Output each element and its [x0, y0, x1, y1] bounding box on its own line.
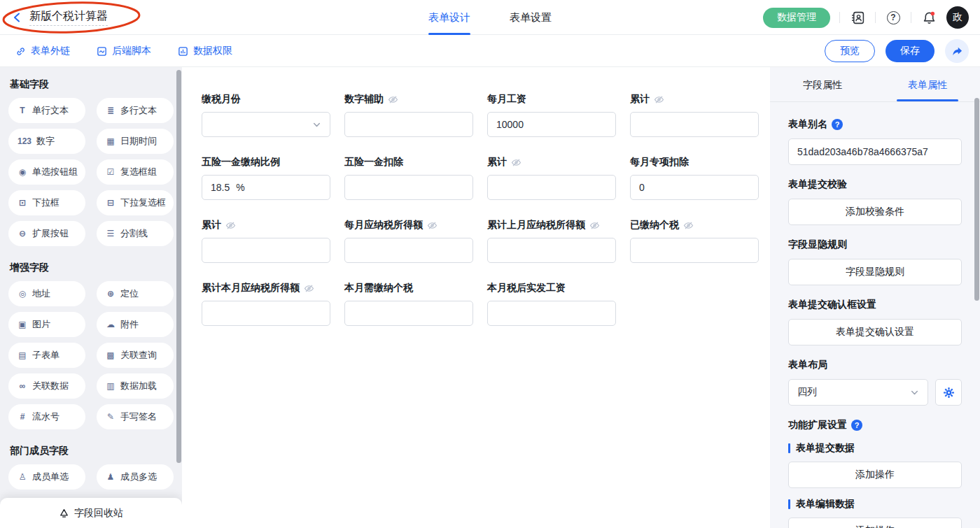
- user-avatar[interactable]: 政: [946, 6, 969, 29]
- notification-bell-icon[interactable]: [920, 9, 937, 26]
- add-operation-button[interactable]: 添加操作: [788, 518, 962, 528]
- field-type-pill[interactable]: ▩ 关联查询: [97, 343, 174, 368]
- field-input[interactable]: [202, 238, 330, 263]
- form-field[interactable]: 累计上月应纳税所得额: [487, 218, 616, 263]
- field-type-pill[interactable]: # 流水号: [8, 404, 85, 429]
- backend-script-link[interactable]: 后端脚本: [97, 45, 151, 57]
- field-recycle-bin[interactable]: 字段回收站: [0, 498, 182, 528]
- field-type-pill[interactable]: ▥ 数据加载: [97, 373, 174, 399]
- help-icon[interactable]: ?: [851, 420, 862, 431]
- help-icon[interactable]: ?: [885, 9, 902, 26]
- field-type-pill[interactable]: ♟ 成员多选: [97, 464, 174, 490]
- field-type-pill[interactable]: ◎ 地址: [8, 281, 85, 306]
- field-input[interactable]: [630, 238, 759, 263]
- field-input[interactable]: [487, 238, 616, 263]
- field-type-pill[interactable]: ▤ 子表单: [8, 343, 85, 368]
- form-field[interactable]: 累计: [630, 92, 759, 137]
- form-layout-section: 表单布局 四列: [788, 358, 962, 406]
- field-type-pill[interactable]: ☰ 分割线: [97, 221, 174, 246]
- field-type-icon: ▥: [106, 381, 115, 391]
- tab-form-properties[interactable]: 表单属性: [875, 67, 980, 101]
- field-input[interactable]: [344, 238, 473, 263]
- field-input[interactable]: 18.5 %: [202, 175, 330, 200]
- panel-scrollbar[interactable]: [974, 98, 979, 301]
- save-button[interactable]: 保存: [886, 40, 934, 62]
- form-field[interactable]: 数字辅助: [344, 92, 473, 137]
- field-type-pill[interactable]: 123 数字: [8, 129, 85, 154]
- field-input[interactable]: [344, 175, 473, 200]
- display-rules-button[interactable]: 字段显隐规则: [788, 259, 962, 285]
- toolbar-actions: 预览 保存: [825, 35, 969, 67]
- field-type-pill[interactable]: ⊖ 扩展按钮: [8, 221, 85, 246]
- field-type-icon: ▣: [18, 320, 27, 329]
- field-type-pill[interactable]: ∞ 关联数据: [8, 373, 85, 399]
- field-type-pill[interactable]: ◉ 单选按钮组: [8, 159, 85, 185]
- form-field[interactable]: 每月工资 10000: [487, 92, 616, 137]
- extension-subsections: 表单提交数据 添加操作 表单编辑数据 添加操作: [788, 442, 962, 528]
- field-type-icon: ☰: [106, 229, 115, 238]
- field-input[interactable]: [344, 301, 473, 326]
- extension-settings-title: 功能扩展设置: [788, 419, 847, 431]
- field-input[interactable]: [487, 175, 616, 200]
- page-title[interactable]: 新版个税计算器: [29, 9, 108, 26]
- field-type-pill[interactable]: ✎ 手写签名: [97, 404, 174, 429]
- layout-select[interactable]: 四列: [788, 379, 928, 406]
- share-button[interactable]: [945, 39, 969, 63]
- form-field[interactable]: 五险一金缴纳比例 18.5 %: [202, 155, 330, 200]
- hidden-eye-icon: [304, 283, 314, 294]
- field-type-pill[interactable]: ♙ 成员单选: [8, 464, 85, 490]
- field-input[interactable]: 10000: [487, 112, 616, 137]
- field-type-pill[interactable]: ▦ 日期时间: [97, 129, 174, 154]
- data-permission-link[interactable]: 数据权限: [178, 45, 232, 57]
- form-field[interactable]: 缴税月份: [202, 92, 330, 137]
- field-type-pill[interactable]: ⊟ 下拉复选框: [97, 190, 174, 215]
- layout-settings-button[interactable]: [935, 379, 962, 406]
- address-book-icon[interactable]: [849, 9, 866, 26]
- field-input[interactable]: [202, 112, 330, 137]
- form-field[interactable]: 累计本月应纳税所得额: [202, 281, 330, 326]
- form-design-canvas[interactable]: 缴税月份 数字辅助: [182, 67, 770, 528]
- field-palette-sidebar: 基础字段 T 单行文本 ≣ 多行文本 123 数字 ▦ 日期时间 ◉: [0, 67, 182, 528]
- tab-field-properties[interactable]: 字段属性: [770, 67, 875, 101]
- field-input[interactable]: [630, 112, 759, 137]
- field-type-icon: 123: [18, 136, 31, 146]
- tab-form-design[interactable]: 表单设计: [428, 0, 470, 35]
- data-manage-button[interactable]: 数据管理: [763, 8, 830, 28]
- accent-bar: [788, 499, 790, 509]
- form-field[interactable]: 累计: [202, 218, 330, 263]
- field-type-pill[interactable]: ⊡ 下拉框: [8, 190, 85, 215]
- field-type-pill[interactable]: T 单行文本: [8, 98, 85, 123]
- field-type-icon: ✎: [106, 412, 115, 422]
- preview-button[interactable]: 预览: [825, 40, 875, 62]
- field-type-pill[interactable]: ☑ 复选框组: [97, 159, 174, 185]
- submit-confirm-button[interactable]: 表单提交确认设置: [788, 319, 962, 345]
- app-header: 新版个税计算器 表单设计 表单设置 数据管理 ? 政: [0, 0, 980, 35]
- field-type-pill[interactable]: ☁ 附件: [97, 312, 174, 337]
- field-input[interactable]: [487, 301, 616, 326]
- sidebar-scrollbar[interactable]: [176, 70, 181, 463]
- tab-form-settings[interactable]: 表单设置: [510, 0, 552, 35]
- hidden-eye-icon: [589, 220, 600, 231]
- field-type-pill[interactable]: ▣ 图片: [8, 312, 85, 337]
- form-field[interactable]: 累计: [487, 155, 616, 200]
- field-type-pill[interactable]: ≣ 多行文本: [97, 98, 174, 123]
- form-field[interactable]: 每月应纳税所得额: [344, 218, 473, 263]
- field-input[interactable]: 0: [630, 175, 759, 200]
- script-icon: [97, 46, 107, 57]
- form-field[interactable]: 已缴纳个税: [630, 218, 759, 263]
- back-icon[interactable]: [11, 11, 24, 24]
- form-field[interactable]: 本月税后实发工资: [487, 281, 616, 326]
- form-field[interactable]: 本月需缴纳个税: [344, 281, 473, 326]
- form-field[interactable]: 五险一金扣除: [344, 155, 473, 200]
- form-alias-input[interactable]: 51dad203a46b78a4666375a7: [788, 138, 962, 165]
- help-icon[interactable]: ?: [832, 119, 843, 130]
- form-external-link[interactable]: 表单外链: [15, 45, 70, 57]
- field-input[interactable]: [344, 112, 473, 137]
- field-type-pill[interactable]: ⊕ 定位: [97, 281, 174, 306]
- field-input[interactable]: [202, 301, 330, 326]
- accent-bar: [788, 443, 790, 453]
- add-validation-button[interactable]: 添加校验条件: [788, 199, 962, 225]
- form-field[interactable]: 每月专项扣除 0: [630, 155, 759, 200]
- submit-validation-section: 表单提交校验 添加校验条件: [788, 178, 962, 225]
- add-operation-button[interactable]: 添加操作: [788, 462, 962, 488]
